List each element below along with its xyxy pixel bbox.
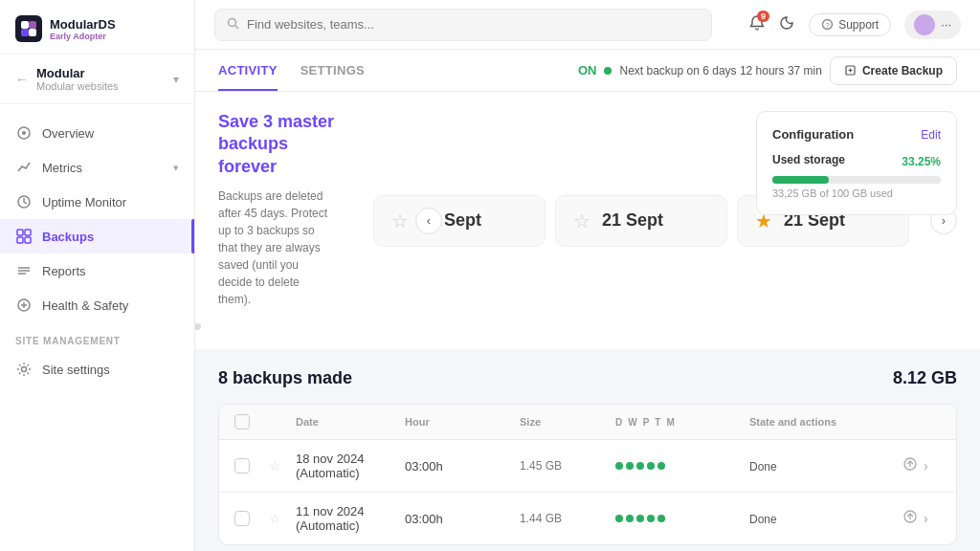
top-header: 9 ? Support ···	[195, 0, 980, 50]
row-chevron-1[interactable]: ›	[924, 458, 928, 474]
svg-rect-8	[25, 230, 31, 235]
header-actions: 9 ? Support ···	[748, 11, 961, 39]
health-icon	[15, 297, 33, 314]
create-backup-button[interactable]: Create Backup	[830, 56, 957, 85]
sidebar: ModularDS Early Adopter ← Modular Modula…	[0, 0, 195, 551]
create-backup-label: Create Backup	[862, 64, 943, 77]
backups-section: 8 backups made 8.12 GB Date Hour Size DW…	[195, 349, 980, 551]
restore-button-1[interactable]	[902, 456, 918, 475]
backup-card-1: ☆ 21 Sept	[373, 195, 546, 247]
storage-bar-bg	[772, 176, 941, 184]
row-checkbox-2[interactable]	[234, 511, 269, 526]
account-info: Modular Modular websites	[36, 66, 166, 92]
row-chevron-2[interactable]: ›	[924, 511, 928, 526]
backup-date-2: 21 Sept	[602, 210, 663, 231]
notification-badge: 9	[757, 11, 769, 22]
support-button[interactable]: ? Support	[809, 13, 891, 36]
sidebar-item-uptime[interactable]: Uptime Monitor	[0, 185, 194, 219]
svg-rect-7	[17, 230, 23, 235]
next-backup-text: Next backup on 6 days 12 hours 37 min	[619, 64, 821, 77]
svg-rect-0	[21, 21, 29, 29]
config-header: Configuration Edit	[772, 127, 941, 142]
config-edit-button[interactable]: Edit	[921, 128, 941, 142]
brand-text: ModularDS Early Adopter	[50, 17, 116, 41]
svg-rect-9	[17, 237, 23, 243]
tab-settings[interactable]: SETTINGS	[301, 50, 365, 91]
svg-point-18	[229, 18, 236, 26]
row-actions-2: ›	[902, 509, 941, 528]
sidebar-item-metrics[interactable]: Metrics ▾	[0, 150, 194, 185]
sidebar-item-backups[interactable]: Backups	[0, 219, 194, 253]
tabs-bar: ACTIVITY SETTINGS ON Next backup on 6 da…	[195, 50, 980, 92]
site-management-label: SITE MANAGEMENT	[0, 322, 194, 352]
carousel-dot-4[interactable]	[195, 323, 201, 330]
row-hour-2: 03:00h	[405, 512, 520, 526]
sidebar-item-overview[interactable]: Overview	[0, 116, 194, 150]
header-date: Date	[296, 416, 405, 428]
brand-area: ModularDS Early Adopter	[0, 0, 194, 55]
row-dwptm-1	[615, 462, 749, 470]
header-hour: Hour	[405, 416, 520, 428]
sidebar-item-site-settings[interactable]: Site settings	[0, 352, 194, 386]
row-hour-1: 03:00h	[405, 459, 520, 474]
header-state: State and actions	[749, 416, 902, 428]
dark-mode-button[interactable]	[779, 14, 795, 34]
notifications-button[interactable]: 9	[748, 14, 766, 35]
row-checkbox-1[interactable]	[234, 458, 269, 474]
sidebar-item-health[interactable]: Health & Safety	[0, 288, 194, 322]
status-dot	[604, 67, 612, 75]
status-on: ON	[578, 63, 597, 77]
brand-badge: Early Adopter	[50, 32, 116, 41]
sidebar-item-label: Reports	[42, 264, 86, 278]
header-size: Size	[520, 416, 615, 428]
row-date-2: 11 nov 2024 (Automatic)	[296, 504, 405, 533]
svg-point-5	[22, 131, 26, 135]
sidebar-item-label: Health & Safety	[42, 298, 128, 313]
svg-text:?: ?	[826, 21, 831, 30]
sidebar-item-label: Backups	[42, 230, 94, 244]
row-star-2[interactable]: ☆	[269, 511, 296, 526]
carousel-prev-button[interactable]: ‹	[415, 208, 442, 234]
user-avatar[interactable]: ···	[904, 11, 961, 39]
backups-title: 8 backups made	[218, 368, 352, 388]
sidebar-item-label: Overview	[42, 126, 94, 141]
brand-name: ModularDS	[50, 17, 116, 32]
search-icon	[227, 17, 239, 33]
account-name: Modular	[36, 66, 166, 80]
back-icon[interactable]: ←	[15, 72, 29, 87]
star-icon-1[interactable]: ☆	[391, 209, 409, 232]
used-storage-label: Used storage	[772, 153, 845, 166]
used-storage-percent: 33.25%	[902, 155, 941, 168]
sidebar-item-reports[interactable]: Reports	[0, 253, 194, 288]
backups-icon	[15, 228, 33, 245]
restore-button-2[interactable]	[902, 509, 918, 528]
account-switcher[interactable]: ← Modular Modular websites ▾	[0, 55, 194, 104]
page-content: ACTIVITY SETTINGS ON Next backup on 6 da…	[195, 50, 980, 551]
config-panel: Configuration Edit Used storage 33.25% 3…	[756, 111, 957, 215]
header-checkbox-all[interactable]	[234, 414, 269, 430]
storage-used-text: 33,25 GB of 100 GB used	[772, 187, 941, 199]
sidebar-item-label: Uptime Monitor	[42, 195, 126, 209]
brand-logo	[15, 15, 42, 42]
search-bar[interactable]	[214, 9, 712, 41]
row-size-1: 1.45 GB	[520, 459, 615, 473]
tab-activity[interactable]: ACTIVITY	[218, 50, 278, 91]
carousel-promo: Save 3 master backups forever Backups ar…	[218, 111, 354, 330]
svg-rect-1	[29, 21, 36, 29]
star-icon-2[interactable]: ☆	[573, 209, 590, 232]
settings-icon	[15, 361, 33, 378]
sidebar-item-label: Site settings	[42, 363, 110, 377]
sidebar-nav: Overview Metrics ▾ Uptime Monitor Backup…	[0, 104, 194, 551]
search-input[interactable]	[247, 17, 700, 32]
row-star-1[interactable]: ☆	[269, 458, 296, 474]
support-label: Support	[838, 18, 879, 32]
backups-header: 8 backups made 8.12 GB	[218, 368, 957, 388]
tabs-status: ON Next backup on 6 days 12 hours 37 min…	[578, 56, 957, 85]
svg-rect-3	[29, 29, 36, 36]
config-storage: Used storage 33.25% 33,25 GB of 100 GB u…	[772, 153, 941, 199]
carousel-dots	[195, 323, 277, 330]
row-dwptm-2	[615, 515, 749, 522]
backups-table: Date Hour Size DWPTM State and actions ☆…	[218, 404, 957, 545]
table-row: ☆ 11 nov 2024 (Automatic) 03:00h 1.44 GB…	[219, 493, 956, 544]
backups-total-size: 8.12 GB	[893, 368, 957, 388]
